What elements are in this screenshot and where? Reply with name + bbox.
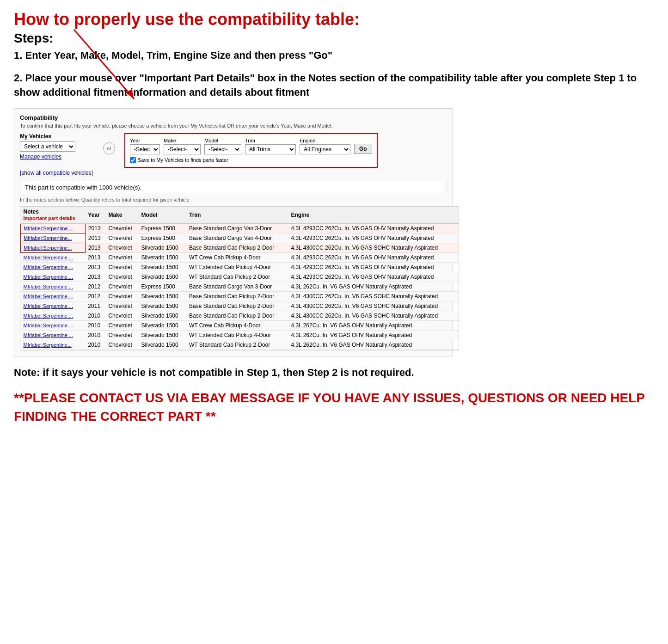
- year-select[interactable]: -Select-: [130, 144, 160, 154]
- cell-engine: 4.3L 4300CC 262Cu. In. V6 GAS SOHC Natur…: [288, 301, 459, 311]
- select-vehicle-dropdown[interactable]: Select a vehicle: [20, 141, 75, 152]
- compat-tbody: Mfrlabel:Serpentine ...2013ChevroletExpr…: [21, 223, 460, 350]
- table-row: Mfrlabel:Serpentine ...2010ChevroletSilv…: [21, 311, 460, 320]
- main-title: How to properly use the compatibility ta…: [14, 9, 654, 29]
- manage-vehicles-link[interactable]: Manage vehicles: [20, 153, 94, 160]
- cell-engine: 4.3L 262Cu. In. V6 GAS OHV Naturally Asp…: [288, 282, 459, 291]
- note-value[interactable]: Mfrlabel:Serpentine ...: [24, 332, 74, 338]
- model-field: Model -Select-: [204, 138, 241, 154]
- cell-make: Chevrolet: [105, 301, 138, 311]
- cell-make: Chevrolet: [105, 311, 138, 320]
- cell-engine: 4.3L 262Cu. In. V6 GAS OHV Naturally Asp…: [288, 320, 459, 330]
- cell-make: Chevrolet: [105, 330, 138, 340]
- cell-model: Express 1500: [139, 223, 186, 233]
- cell-make: Chevrolet: [105, 291, 138, 301]
- cell-make: Chevrolet: [105, 243, 138, 252]
- cell-trim: WT Crew Cab Pickup 4-Door: [186, 320, 288, 330]
- cell-trim: WT Standard Cab Pickup 2-Door: [186, 340, 288, 350]
- cell-notes: Mfrlabel:Serpentine ...: [21, 282, 86, 291]
- cell-trim: Base Standard Cab Pickup 2-Door: [186, 301, 288, 311]
- note-value[interactable]: Mfrlabel:Serpentine ...: [24, 264, 74, 270]
- note-value[interactable]: Mfrlabel:Serpentine ...: [24, 313, 74, 319]
- cell-make: Chevrolet: [105, 223, 138, 233]
- cell-year: 2012: [85, 282, 105, 291]
- cell-make: Chevrolet: [105, 233, 138, 243]
- cell-year: 2013: [85, 243, 105, 252]
- col-year: Year: [85, 207, 105, 224]
- make-select[interactable]: -Select-: [164, 144, 201, 154]
- cell-make: Chevrolet: [105, 252, 138, 262]
- cell-engine: 4.3L 262Cu. In. V6 GAS OHV Naturally Asp…: [288, 340, 459, 350]
- go-button[interactable]: Go: [354, 144, 372, 154]
- table-row: Mfrlabel:Serpentine ...2013ChevroletSilv…: [21, 252, 460, 262]
- cell-trim: Base Standard Cargo Van 4-Door: [186, 233, 288, 243]
- cell-year: 2011: [85, 301, 105, 311]
- cell-year: 2010: [85, 340, 105, 350]
- cell-model: Silverado 1500: [139, 320, 186, 330]
- note-value[interactable]: Mfrlabel:Serpentine ...: [24, 284, 74, 289]
- cell-make: Chevrolet: [105, 272, 138, 282]
- save-checkbox[interactable]: [130, 157, 136, 163]
- cell-trim: WT Extended Cab Pickup 4-Door: [186, 262, 288, 272]
- note-value[interactable]: Mfrlabel:Serpentine ...: [24, 323, 74, 328]
- table-row: Mfrlabel:Serpentine ...2013ChevroletSilv…: [21, 272, 460, 282]
- ymm-section: Year -Select- Make -Select- Mo: [124, 133, 378, 168]
- note-value[interactable]: Mfrlabel:Serpentine...: [24, 342, 72, 348]
- save-row: Save to My Vehicles to finds parts faste…: [130, 157, 372, 163]
- cell-make: Chevrolet: [105, 320, 138, 330]
- cell-model: Express 1500: [139, 282, 186, 291]
- contact-text: **PLEASE CONTACT US VIA EBAY MESSAGE IF …: [14, 389, 654, 425]
- note-value[interactable]: Mfrlabel:Serpentine...: [24, 245, 72, 251]
- save-label: Save to My Vehicles to finds parts faste…: [138, 157, 228, 163]
- important-part-details-label: Important part details: [24, 215, 75, 221]
- note-value[interactable]: Mfrlabel:Serpentine ...: [24, 274, 74, 280]
- cell-notes: Mfrlabel:Serpentine ...: [21, 272, 86, 282]
- cell-model: Express 1500: [139, 233, 186, 243]
- show-all-link[interactable]: [show all compatible vehicles]: [20, 170, 94, 176]
- cell-notes: Mfrlabel:Serpentine...: [21, 243, 86, 252]
- cell-engine: 4.3L 4293CC 262Cu. In. V6 GAS OHV Natura…: [288, 252, 459, 262]
- note-value[interactable]: Mfrlabel:Serpentine ...: [24, 303, 74, 309]
- note-value[interactable]: Mfrlabel:Serpentine ...: [24, 255, 74, 260]
- note-value[interactable]: Mfrlabel:Serpentine ...: [24, 294, 74, 299]
- engine-label: Engine: [300, 138, 350, 143]
- compatible-count: This part is compatible with 1000 vehicl…: [20, 181, 447, 194]
- note-value[interactable]: Mfrlabel:Serpentine...: [24, 235, 72, 241]
- note-value[interactable]: Mfrlabel:Serpentine ...: [24, 226, 74, 231]
- cell-model: Silverado 1500: [139, 340, 186, 350]
- year-label: Year: [130, 138, 160, 143]
- trim-field: Trim All Trims: [245, 138, 296, 154]
- col-model: Model: [139, 207, 186, 224]
- ymm-row: Year -Select- Make -Select- Mo: [130, 138, 372, 154]
- cell-notes: Mfrlabel:Serpentine ...: [21, 330, 86, 340]
- cell-engine: 4.3L 4293CC 262Cu. In. V6 GAS OHV Natura…: [288, 223, 459, 233]
- table-row: Mfrlabel:Serpentine ...2012ChevroletSilv…: [21, 291, 460, 301]
- col-engine: Engine: [288, 207, 459, 224]
- or-divider: or: [103, 142, 115, 154]
- cell-make: Chevrolet: [105, 262, 138, 272]
- cell-trim: WT Standard Cab Pickup 2-Door: [186, 272, 288, 282]
- year-field: Year -Select-: [130, 138, 160, 154]
- col-make: Make: [105, 207, 138, 224]
- trim-select[interactable]: All Trims: [245, 144, 296, 154]
- cell-notes: Mfrlabel:Serpentine ...: [21, 223, 86, 233]
- compatibility-section: Compatibility To confirm that this part …: [14, 108, 453, 356]
- cell-trim: WT Crew Cab Pickup 4-Door: [186, 252, 288, 262]
- table-header-row: Notes Important part details Year Make M…: [21, 207, 460, 224]
- step2-text: 2. Place your mouse over "Important Part…: [14, 71, 654, 100]
- cell-model: Silverado 1500: [139, 262, 186, 272]
- cell-model: Silverado 1500: [139, 272, 186, 282]
- cell-notes: Mfrlabel:Serpentine ...: [21, 301, 86, 311]
- engine-select[interactable]: All Engines: [300, 144, 350, 154]
- cell-notes: Mfrlabel:Serpentine...: [21, 340, 86, 350]
- cell-year: 2010: [85, 311, 105, 320]
- cell-trim: WT Extended Cab Pickup 4-Door: [186, 330, 288, 340]
- cell-notes: Mfrlabel:Serpentine ...: [21, 291, 86, 301]
- engine-field: Engine All Engines: [300, 138, 350, 154]
- cell-make: Chevrolet: [105, 282, 138, 291]
- trim-label: Trim: [245, 138, 296, 143]
- cell-year: 2010: [85, 330, 105, 340]
- model-select[interactable]: -Select-: [204, 144, 241, 154]
- table-row: Mfrlabel:Serpentine ...2013ChevroletSilv…: [21, 262, 460, 272]
- cell-engine: 4.3L 4293CC 262Cu. In. V6 GAS OHV Natura…: [288, 272, 459, 282]
